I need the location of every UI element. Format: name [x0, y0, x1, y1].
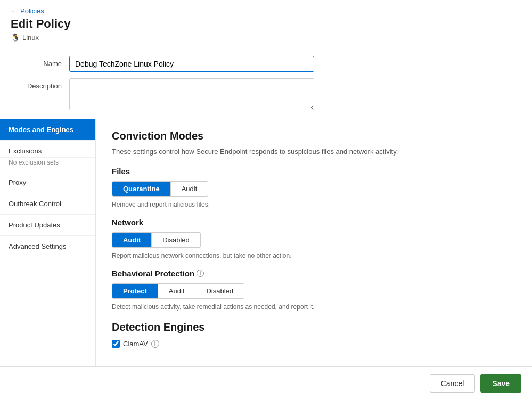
- files-quarantine-btn[interactable]: Quarantine: [112, 182, 171, 196]
- os-label: Linux: [22, 34, 39, 42]
- files-description: Remove and report malicious files.: [112, 201, 516, 208]
- clamav-row: ClamAV i: [112, 340, 516, 348]
- content-area: Conviction Modes These settings control …: [96, 119, 532, 366]
- main-content: Modes and Engines Exclusions No exclusio…: [0, 119, 532, 366]
- clamav-checkbox[interactable]: [112, 340, 120, 348]
- sidebar: Modes and Engines Exclusions No exclusio…: [0, 119, 96, 366]
- description-row: Description: [11, 78, 521, 110]
- behavioral-protect-btn[interactable]: Protect: [112, 284, 158, 298]
- network-description: Report malicious network connections, bu…: [112, 252, 516, 259]
- page-title: Edit Policy: [11, 17, 521, 31]
- sidebar-item-outbreak-control[interactable]: Outbreak Control: [0, 193, 95, 215]
- sidebar-item-product-updates[interactable]: Product Updates: [0, 215, 95, 236]
- linux-icon: 🐧: [11, 33, 20, 42]
- behavioral-btn-group: Protect Audit Disabled: [112, 283, 244, 299]
- save-button[interactable]: Save: [480, 374, 521, 393]
- files-title: Files: [112, 167, 516, 176]
- description-label: Description: [11, 78, 69, 90]
- clamav-label: ClamAV: [123, 340, 148, 348]
- files-btn-group: Quarantine Audit: [112, 181, 208, 197]
- sidebar-item-advanced-settings[interactable]: Advanced Settings: [0, 236, 95, 257]
- conviction-modes-title: Conviction Modes: [112, 130, 516, 142]
- sidebar-exclusions-sub: No exclusion sets: [0, 158, 95, 172]
- files-audit-btn[interactable]: Audit: [171, 182, 208, 196]
- back-arrow-icon: ←: [11, 6, 18, 15]
- cancel-button[interactable]: Cancel: [430, 374, 476, 393]
- behavioral-protection-row: Behavioral Protection i: [112, 269, 516, 278]
- clamav-info-icon[interactable]: i: [151, 340, 159, 348]
- conviction-modes-description: These settings control how Secure Endpoi…: [112, 146, 516, 157]
- footer: Cancel Save: [0, 366, 532, 400]
- breadcrumb-label: Policies: [20, 7, 44, 15]
- behavioral-description: Detect malicious activity, take remedial…: [112, 303, 516, 311]
- form-section: Name Description: [0, 47, 532, 119]
- header: ← Policies Edit Policy 🐧 Linux: [0, 0, 532, 47]
- name-row: Name: [11, 56, 521, 72]
- name-input[interactable]: [69, 56, 314, 72]
- sidebar-item-modes-engines[interactable]: Modes and Engines: [0, 119, 95, 141]
- network-audit-btn[interactable]: Audit: [112, 233, 152, 247]
- network-disabled-btn[interactable]: Disabled: [152, 233, 200, 247]
- behavioral-audit-btn[interactable]: Audit: [158, 284, 196, 298]
- network-btn-group: Audit Disabled: [112, 232, 201, 248]
- description-input[interactable]: [69, 78, 314, 110]
- page-subtitle: 🐧 Linux: [11, 33, 521, 42]
- detection-engines-title: Detection Engines: [112, 321, 516, 333]
- sidebar-item-proxy[interactable]: Proxy: [0, 172, 95, 193]
- behavioral-info-icon[interactable]: i: [197, 270, 204, 277]
- behavioral-protection-title: Behavioral Protection: [112, 269, 194, 278]
- network-title: Network: [112, 218, 516, 227]
- behavioral-disabled-btn[interactable]: Disabled: [195, 284, 244, 298]
- back-link[interactable]: ← Policies: [11, 6, 521, 15]
- name-label: Name: [11, 56, 69, 68]
- sidebar-item-exclusions[interactable]: Exclusions: [0, 141, 95, 158]
- page-container: ← Policies Edit Policy 🐧 Linux Name Desc…: [0, 0, 532, 400]
